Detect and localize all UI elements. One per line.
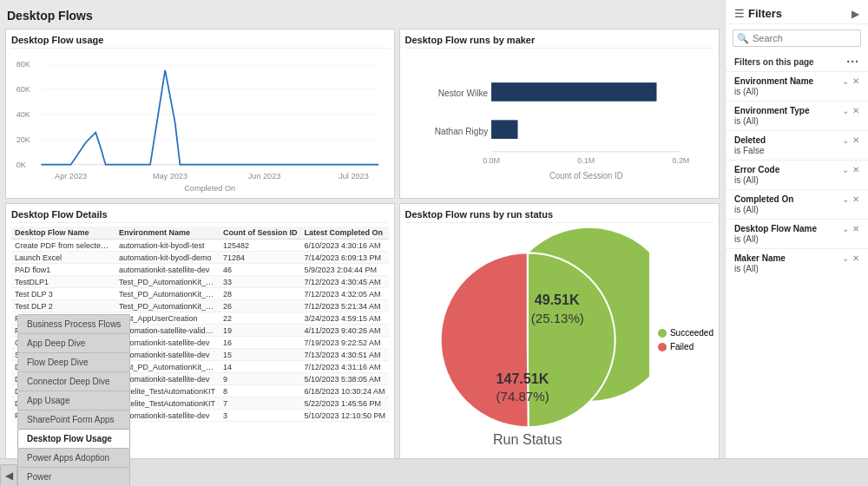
table-cell: 71284 xyxy=(220,252,301,264)
table-cell: 7/14/2023 6:09:13 PM xyxy=(301,252,389,264)
tab-connector-deep-dive[interactable]: Connector Deep Dive xyxy=(17,371,130,391)
filter-chevron-icon[interactable]: ⌄ xyxy=(842,224,849,233)
table-row: Test DLP 2Test_PD_AutomationKit_Satelite… xyxy=(11,300,389,312)
filter-item: Completed On ⌄ ✕ is (All) xyxy=(726,189,868,219)
filter-item: Environment Type ⌄ ✕ is (All) xyxy=(726,101,868,130)
filter-clear-icon[interactable]: ✕ xyxy=(852,135,859,145)
table-cell: 4/11/2023 9:40:26 AM xyxy=(301,325,389,337)
filter-clear-icon[interactable]: ✕ xyxy=(852,194,859,204)
table-cell: 7/12/2023 5:21:34 AM xyxy=(301,300,389,312)
tabs-container: Business Process FlowsApp Deep DiveFlow … xyxy=(17,314,132,486)
filters-menu-dots[interactable]: ··· xyxy=(846,55,859,69)
failed-label: Failed xyxy=(670,342,694,351)
page-title: Desktop Flows xyxy=(5,5,720,24)
table-row: PAD flow1automationkit-satellite-dev465/… xyxy=(11,264,389,276)
filter-clear-icon[interactable]: ✕ xyxy=(852,165,859,174)
filter-search-container: 🔍 xyxy=(733,30,861,47)
filter-item-icons: ⌄ ✕ xyxy=(842,76,859,86)
filter-item-name: Completed On xyxy=(734,194,793,204)
table-cell: 28 xyxy=(220,288,301,300)
table-cell: TestDLP1 xyxy=(11,276,115,288)
table-cell: 7/13/2023 4:30:51 AM xyxy=(301,349,389,361)
tab-sharepoint-form-apps[interactable]: SharePoint Form Apps xyxy=(17,410,130,429)
filter-chevron-icon[interactable]: ⌄ xyxy=(842,253,849,263)
table-cell: 125482 xyxy=(220,240,301,252)
filter-item-icons: ⌄ ✕ xyxy=(842,194,859,204)
svg-text:Nestor Wilke: Nestor Wilke xyxy=(437,89,488,98)
pie-legend: Succeeded Failed xyxy=(658,328,713,351)
col-flow-name: Desktop Flow Name xyxy=(11,227,115,240)
table-cell: 5/10/2023 5:38:05 AM xyxy=(301,373,389,385)
filter-item-name: Deleted xyxy=(734,135,766,145)
filter-chevron-icon[interactable]: ⌄ xyxy=(842,76,849,86)
tab-app-usage[interactable]: App Usage xyxy=(17,391,130,410)
table-cell: 19 xyxy=(220,325,301,337)
filter-clear-icon[interactable]: ✕ xyxy=(852,253,859,263)
pie-chart-svg: 147.51K (74.87%) 49.51K (25.13%) Run Sta… xyxy=(405,227,649,453)
line-chart-container: 80K 60K 40K 20K 0K Sessions xyxy=(11,52,389,193)
filter-clear-icon[interactable]: ✕ xyxy=(852,106,859,115)
table-row: TestDLP1Test_PD_AutomationKit_Satelite33… xyxy=(11,276,389,288)
tab-power[interactable]: Power xyxy=(17,467,130,486)
svg-text:0K: 0K xyxy=(16,161,27,169)
table-cell: 16 xyxy=(220,337,301,349)
filter-clear-icon[interactable]: ✕ xyxy=(852,76,859,86)
svg-text:0.0M: 0.0M xyxy=(483,156,500,165)
table-cell: 26 xyxy=(220,300,301,312)
filter-item-name: Desktop Flow Name xyxy=(734,224,817,233)
table-row: Launch Excelautomation-kit-byodl-demo712… xyxy=(11,252,389,264)
table-cell: 7/19/2023 9:22:52 AM xyxy=(301,337,389,349)
table-cell: automation-kit-byodl-demo xyxy=(115,252,220,264)
filter-chevron-icon[interactable]: ⌄ xyxy=(842,106,849,115)
col-session-count: Count of Session ID xyxy=(220,227,301,240)
tab-flow-deep-dive[interactable]: Flow Deep Dive xyxy=(17,352,130,371)
filter-icon: ☰ xyxy=(734,7,745,20)
filter-chevron-icon[interactable]: ⌄ xyxy=(842,165,849,174)
svg-text:49.51K: 49.51K xyxy=(534,292,579,308)
filter-clear-icon[interactable]: ✕ xyxy=(852,224,859,233)
filter-search-input[interactable] xyxy=(733,30,861,47)
search-icon: 🔍 xyxy=(737,33,749,44)
status-chart-title: Desktop Flow runs by run status xyxy=(405,209,714,223)
usage-chart-panel: Desktop Flow usage 80K 60K 40K 20K 0K Se… xyxy=(5,29,395,199)
tab-desktop-flow-usage[interactable]: Desktop Flow Usage xyxy=(17,429,130,448)
table-cell: Test_PD_AutomationKit_Satelite xyxy=(115,300,220,312)
svg-rect-21 xyxy=(491,120,517,139)
status-chart-panel: Desktop Flow runs by run status xyxy=(399,203,720,458)
filter-item: Deleted ⌄ ✕ is False xyxy=(726,130,868,160)
failed-dot xyxy=(658,343,667,351)
svg-text:Run Status: Run Status xyxy=(492,431,562,447)
filter-item-value: is False xyxy=(734,146,859,155)
filter-item-icons: ⌄ ✕ xyxy=(842,253,859,263)
succeeded-label: Succeeded xyxy=(670,328,713,338)
usage-chart-title: Desktop Flow usage xyxy=(11,35,389,49)
tab-power-apps-adoption[interactable]: Power Apps Adoption xyxy=(17,448,130,467)
table-cell: 15 xyxy=(220,349,301,361)
succeeded-dot xyxy=(658,329,667,338)
maker-chart-title: Desktop Flow runs by maker xyxy=(405,35,714,49)
filter-chevron-icon[interactable]: ⌄ xyxy=(842,194,849,204)
svg-text:0.1M: 0.1M xyxy=(577,156,595,165)
table-row: Create PDF from selected PDF page(s) - C… xyxy=(11,240,389,252)
svg-text:Jul 2023: Jul 2023 xyxy=(339,172,369,181)
svg-text:Count of Session ID: Count of Session ID xyxy=(549,171,622,181)
tab-nav-left[interactable]: ◀ xyxy=(0,464,17,486)
tab-app-deep-dive[interactable]: App Deep Dive xyxy=(17,333,130,352)
svg-text:May 2023: May 2023 xyxy=(153,172,187,181)
filter-items-container: Environment Name ⌄ ✕ is (All) Environmen… xyxy=(726,71,868,278)
filter-item-value: is (All) xyxy=(734,175,859,185)
filters-title: Filters xyxy=(748,7,852,20)
table-cell: Test DLP 3 xyxy=(11,288,115,300)
table-cell: Test_PD_AutomationKit_Satelite xyxy=(115,276,220,288)
table-cell: 46 xyxy=(220,264,301,276)
filter-item-value: is (All) xyxy=(734,264,859,273)
table-cell: 7/12/2023 4:31:16 AM xyxy=(301,361,389,373)
svg-text:147.51K: 147.51K xyxy=(496,371,549,386)
filter-chevron-icon[interactable]: ⌄ xyxy=(842,135,849,145)
tab-business-process-flows[interactable]: Business Process Flows xyxy=(17,314,130,333)
table-cell: 5/22/2023 1:45:56 PM xyxy=(301,397,389,410)
sidebar-close-button[interactable]: ▶ xyxy=(852,8,859,20)
svg-text:(74.87%): (74.87%) xyxy=(496,389,549,404)
filter-item-value: is (All) xyxy=(734,234,859,244)
filter-item-name: Environment Name xyxy=(734,76,813,86)
